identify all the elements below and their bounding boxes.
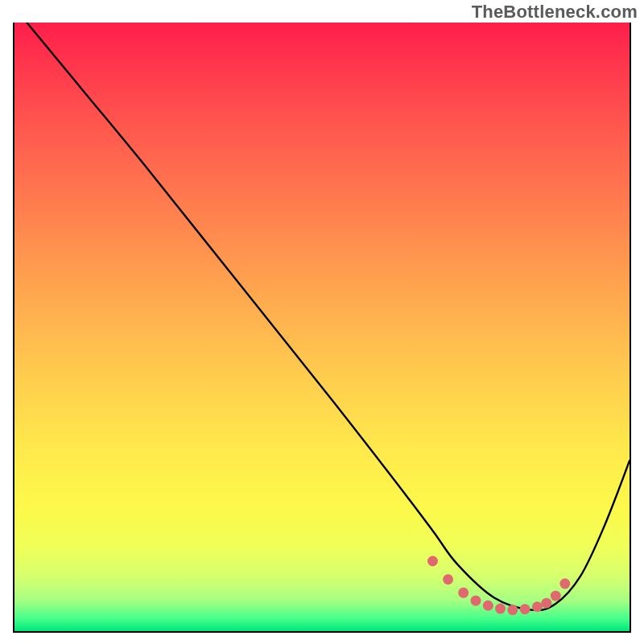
valley-dot bbox=[520, 604, 530, 614]
valley-dot bbox=[495, 604, 506, 614]
valley-dot bbox=[471, 596, 481, 606]
valley-dot bbox=[559, 579, 570, 589]
valley-dot bbox=[427, 556, 438, 567]
valley-markers bbox=[427, 556, 570, 616]
valley-dot bbox=[507, 605, 518, 615]
watermark-text: TheBottleneck.com bbox=[472, 2, 638, 23]
plot-area bbox=[13, 23, 631, 633]
chart-frame: TheBottleneck.com bbox=[0, 0, 644, 644]
curve-layer bbox=[14, 23, 630, 631]
valley-dot bbox=[532, 601, 543, 612]
valley-dot bbox=[483, 601, 493, 611]
valley-dot bbox=[551, 591, 561, 601]
bottleneck-curve bbox=[27, 23, 630, 610]
valley-dot bbox=[541, 598, 551, 609]
valley-dot bbox=[443, 574, 453, 584]
valley-dot bbox=[458, 588, 469, 598]
